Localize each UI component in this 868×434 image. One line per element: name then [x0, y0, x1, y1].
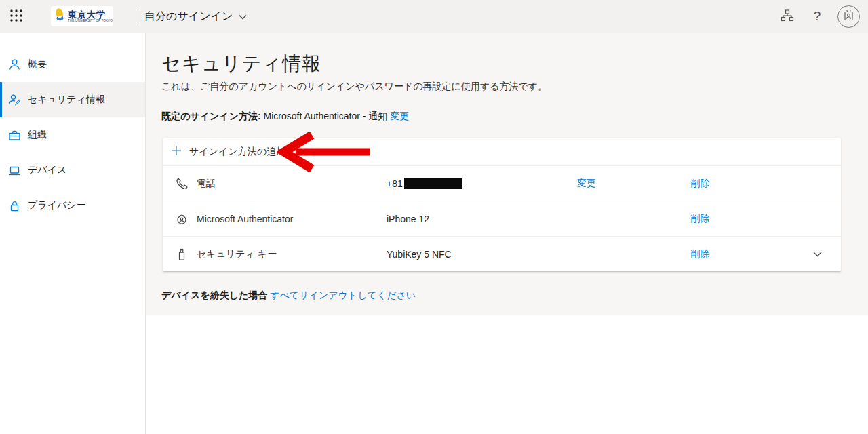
question-mark-icon: ? [814, 9, 821, 24]
method-detail: iPhone 12 [387, 214, 532, 224]
sidebar-nav: 概要 セキュリティ情報 組織 [0, 33, 146, 434]
chevron-down-icon [239, 10, 247, 22]
waffle-icon [9, 9, 23, 24]
method-name: 電話 [197, 178, 387, 190]
account-avatar-button[interactable] [837, 5, 860, 28]
default-method-value: Microsoft Authenticator - 通知 [264, 111, 388, 121]
header-divider [136, 8, 136, 24]
default-method-label: 既定のサインイン方法: [161, 111, 261, 121]
sidebar-item-label: デバイス [28, 164, 66, 176]
expand-security-key-chevron[interactable] [760, 252, 841, 257]
header-right-actions: ? [772, 0, 868, 33]
delete-security-key-link[interactable]: 削除 [691, 248, 710, 259]
sidebar-item-organizations[interactable]: 組織 [0, 117, 145, 153]
method-detail: YubiKey 5 NFC [387, 249, 532, 260]
plus-icon [171, 145, 182, 158]
org-chart-icon [781, 9, 794, 24]
method-name: Microsoft Authenticator [197, 214, 387, 224]
page-title: セキュリティ情報 [161, 51, 321, 77]
help-button[interactable]: ? [802, 0, 832, 33]
app-launcher-button[interactable] [0, 0, 33, 33]
authenticator-icon [175, 212, 197, 226]
method-row-phone: 電話 +81 変更 削除 [163, 165, 841, 201]
lost-device-line: デバイスを紛失した場合 すべてサインアウトしてください [161, 290, 416, 302]
change-phone-link[interactable]: 変更 [577, 178, 596, 189]
person-icon [7, 58, 21, 71]
lost-device-label: デバイスを紛失した場合 [161, 290, 267, 300]
change-default-method-link[interactable]: 変更 [390, 111, 409, 121]
add-signin-method-button[interactable]: サインイン方法の追加 [163, 138, 841, 165]
signin-methods-card: サインイン方法の追加 電話 +81 変更 削除 [163, 138, 841, 271]
ginkgo-leaf-icon [52, 7, 65, 25]
default-signin-method: 既定のサインイン方法: Microsoft Authenticator - 通知… [161, 111, 409, 123]
usb-key-icon [175, 247, 197, 262]
laptop-icon [7, 163, 21, 177]
method-detail: +81 [387, 178, 532, 189]
method-row-authenticator: Microsoft Authenticator iPhone 12 削除 [163, 201, 841, 236]
my-signins-page: 東京大学 THE UNIVERSITY OF TOKYO 自分のサインイン [0, 0, 868, 434]
logo-text-jp: 東京大学 [68, 10, 113, 19]
sign-out-everywhere-link[interactable]: すべてサインアウトしてください [270, 290, 416, 300]
sidebar-item-label: 組織 [28, 129, 47, 141]
sidebar-item-label: セキュリティ情報 [28, 94, 105, 106]
app-title: 自分のサインイン [144, 9, 233, 24]
top-header: 東京大学 THE UNIVERSITY OF TOKYO 自分のサインイン [0, 0, 868, 33]
sidebar-item-devices[interactable]: デバイス [0, 153, 145, 188]
logo-text: 東京大学 THE UNIVERSITY OF TOKYO [68, 10, 113, 22]
sidebar-item-overview[interactable]: 概要 [0, 47, 145, 82]
method-row-security-key: セキュリティ キー YubiKey 5 NFC 削除 [163, 236, 841, 271]
main-content: セキュリティ情報 これは、ご自分のアカウントへのサインインやパスワードの再設定に… [146, 33, 868, 315]
university-logo[interactable]: 東京大学 THE UNIVERSITY OF TOKYO [51, 6, 113, 26]
logo-text-en: THE UNIVERSITY OF TOKYO [68, 19, 113, 22]
delete-authenticator-link[interactable]: 削除 [691, 213, 710, 224]
sidebar-item-security-info[interactable]: セキュリティ情報 [0, 82, 145, 117]
redacted-phone-number [404, 178, 462, 189]
organizations-button[interactable] [772, 0, 802, 33]
phone-country-code: +81 [387, 178, 403, 189]
add-method-label: サインイン方法の追加 [189, 146, 285, 158]
sidebar-item-privacy[interactable]: プライバシー [0, 188, 145, 223]
person-edit-icon [7, 93, 21, 106]
sidebar-item-label: プライバシー [28, 199, 86, 212]
lock-icon [7, 199, 21, 212]
id-badge-icon [843, 9, 854, 24]
delete-phone-link[interactable]: 削除 [691, 178, 710, 189]
briefcase-icon [7, 128, 21, 142]
app-title-dropdown[interactable]: 自分のサインイン [144, 9, 247, 24]
phone-icon [175, 177, 197, 190]
method-name: セキュリティ キー [197, 248, 387, 260]
sidebar-item-label: 概要 [28, 58, 47, 71]
page-description: これは、ご自分のアカウントへのサインインやパスワードの再設定に使用する方法です。 [161, 81, 547, 93]
